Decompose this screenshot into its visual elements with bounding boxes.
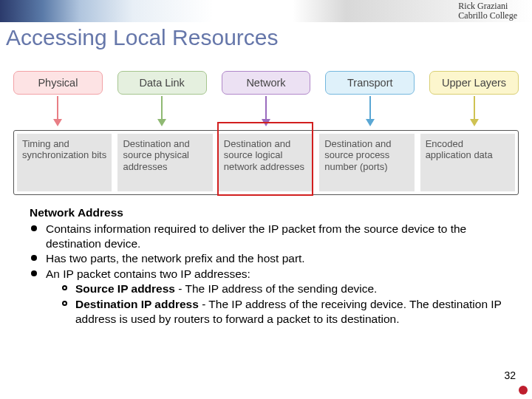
sub-bullet-list: Source IP address - The IP address of th… <box>46 282 502 326</box>
arrow-down-icon <box>161 96 163 120</box>
slide-marker-icon <box>519 386 528 395</box>
desc-datalink: Destination and source physical addresse… <box>117 134 212 191</box>
desc-network: Destination and source logical network a… <box>219 134 313 191</box>
arrow-physical <box>13 95 103 130</box>
content-heading: Network Address <box>30 205 502 220</box>
credit-block: Rick Graziani Cabrillo College <box>458 1 517 21</box>
layers-diagram: Physical Data Link Network Transport Upp… <box>13 71 519 195</box>
desc-container: Timing and synchronization bits Destinat… <box>13 130 519 195</box>
layer-upperlayers: Upper Layers <box>429 71 519 95</box>
sub-bullet-item: Destination IP address - The IP address … <box>62 297 502 327</box>
header-band: Rick Graziani Cabrillo College <box>0 0 532 22</box>
layer-datalink: Data Link <box>117 71 207 95</box>
arrow-datalink <box>117 95 207 130</box>
bullet-item: An IP packet contains two IP addresses: … <box>30 267 502 326</box>
arrow-down-icon <box>474 96 475 120</box>
layers-row: Physical Data Link Network Transport Upp… <box>13 71 519 95</box>
arrow-down-icon <box>265 96 267 120</box>
desc-row: Timing and synchronization bits Destinat… <box>17 134 515 191</box>
desc-physical: Timing and synchronization bits <box>17 134 112 191</box>
sub-bullet-item: Source IP address - The IP address of th… <box>62 282 502 296</box>
desc-upperlayers: Encoded application data <box>420 134 515 191</box>
arrows-row <box>13 95 519 130</box>
bullet-item: Contains information required to deliver… <box>30 222 502 251</box>
layer-network: Network <box>222 71 311 95</box>
page-number: 32 <box>504 369 516 381</box>
credit-line2: Cabrillo College <box>458 11 517 21</box>
sub-text: - The IP address of the sending device. <box>175 282 377 295</box>
arrow-down-icon <box>57 96 58 120</box>
bullet-text: An IP packet contains two IP addresses: <box>46 267 250 280</box>
layer-physical: Physical <box>13 71 103 95</box>
arrow-network <box>222 95 311 130</box>
arrow-upperlayers <box>429 95 519 130</box>
desc-transport: Destination and source process number (p… <box>319 134 414 191</box>
content-block: Network Address Contains information req… <box>0 195 532 327</box>
page-title: Accessing Local Resources <box>0 22 532 64</box>
sub-lead: Source IP address <box>75 282 175 295</box>
layer-transport: Transport <box>325 71 415 95</box>
bullet-list: Contains information required to deliver… <box>30 222 502 327</box>
arrow-transport <box>325 95 415 130</box>
bullet-item: Has two parts, the network prefix and th… <box>30 251 502 266</box>
arrow-down-icon <box>369 96 371 120</box>
sub-lead: Destination IP address <box>75 298 199 310</box>
